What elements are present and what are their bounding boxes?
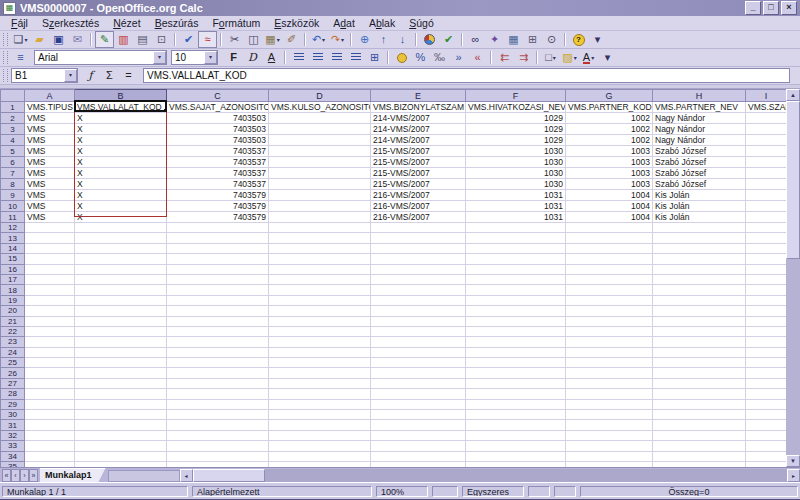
cell[interactable] (25, 285, 75, 295)
cell[interactable] (167, 326, 269, 336)
cell[interactable] (75, 451, 167, 461)
cell[interactable]: VMS.KULSO_AZONOSITO (269, 102, 371, 113)
cell[interactable] (566, 378, 653, 388)
cell[interactable]: Nagy Nándor (653, 113, 746, 124)
row-header-33[interactable]: 33 (1, 441, 25, 451)
cell[interactable] (746, 113, 787, 124)
cell[interactable] (75, 306, 167, 316)
cell[interactable]: Kis Jolán (653, 201, 746, 212)
cell[interactable]: 1004 (566, 212, 653, 223)
merge-cells-button[interactable]: ⊞ (365, 49, 384, 66)
cell[interactable]: X (75, 135, 167, 146)
find-replace-button[interactable]: ∞ (466, 31, 485, 48)
cell[interactable]: VMS.SAJAT_AZONOSITO (167, 102, 269, 113)
cell[interactable] (746, 223, 787, 233)
cell[interactable]: 1003 (566, 157, 653, 168)
cell[interactable] (746, 201, 787, 212)
cell[interactable] (566, 326, 653, 336)
column-header-H[interactable]: H (653, 90, 746, 102)
cell[interactable] (566, 306, 653, 316)
cell[interactable] (653, 254, 746, 264)
cell[interactable] (25, 378, 75, 388)
cell[interactable] (746, 124, 787, 135)
cell[interactable] (466, 264, 566, 274)
row-header-7[interactable]: 7 (1, 168, 25, 179)
cell[interactable] (371, 410, 466, 420)
row-header-14[interactable]: 14 (1, 243, 25, 253)
cell[interactable] (653, 316, 746, 326)
cell[interactable] (269, 113, 371, 124)
row-header-3[interactable]: 3 (1, 124, 25, 135)
open-button[interactable]: ▰ (30, 31, 49, 48)
status-selection-mode[interactable]: Egyszeres (462, 486, 524, 497)
cell[interactable] (653, 430, 746, 440)
cell[interactable]: X (75, 157, 167, 168)
cell[interactable]: VMS (25, 201, 75, 212)
spellcheck-button[interactable]: ✔ (179, 31, 198, 48)
cell[interactable]: Kis Jolán (653, 212, 746, 223)
row-header-34[interactable]: 34 (1, 451, 25, 461)
cell[interactable]: X (75, 201, 167, 212)
cell[interactable]: 215-VMS/2007 (371, 146, 466, 157)
cell[interactable] (75, 223, 167, 233)
cell[interactable] (269, 168, 371, 179)
cell[interactable] (75, 243, 167, 253)
cell[interactable] (25, 326, 75, 336)
cell[interactable] (167, 233, 269, 243)
status-field[interactable] (554, 486, 576, 497)
dropdown-arrow-icon[interactable]: ▾ (553, 54, 556, 61)
cell[interactable] (167, 254, 269, 264)
cell[interactable] (75, 326, 167, 336)
row-header-19[interactable]: 19 (1, 295, 25, 305)
cell[interactable] (566, 243, 653, 253)
menu-item-nezet[interactable]: Nézet (106, 17, 147, 29)
sheet-tab-munkalap1[interactable]: Munkalap1 (40, 468, 106, 482)
chart-button[interactable] (420, 31, 439, 48)
cell[interactable] (466, 337, 566, 347)
cell[interactable] (653, 378, 746, 388)
cell[interactable] (746, 212, 787, 223)
chevron-down-icon[interactable]: ▾ (153, 51, 166, 64)
cell[interactable] (269, 410, 371, 420)
cell[interactable]: VMS (25, 157, 75, 168)
row-header-25[interactable]: 25 (1, 358, 25, 368)
sum-button[interactable]: Σ (100, 67, 119, 84)
cell[interactable] (566, 451, 653, 461)
row-header-2[interactable]: 2 (1, 113, 25, 124)
cell[interactable] (269, 337, 371, 347)
cell[interactable] (746, 378, 787, 388)
cell[interactable] (269, 179, 371, 190)
format-paintbrush-button[interactable]: ✐ (282, 31, 301, 48)
cell[interactable] (167, 274, 269, 284)
cell[interactable] (746, 264, 787, 274)
row-header-17[interactable]: 17 (1, 274, 25, 284)
cell[interactable] (269, 223, 371, 233)
cell[interactable] (167, 316, 269, 326)
cell[interactable] (75, 399, 167, 409)
dropdown-arrow-icon[interactable]: ▾ (341, 36, 344, 43)
cell[interactable]: 1002 (566, 113, 653, 124)
row-header-1[interactable]: 1 (1, 102, 25, 113)
cell[interactable] (75, 316, 167, 326)
data-sources-button[interactable]: ⊞ (523, 31, 542, 48)
cell[interactable] (746, 306, 787, 316)
cell[interactable] (466, 399, 566, 409)
cell[interactable]: VMS (25, 179, 75, 190)
cell[interactable]: 215-VMS/2007 (371, 179, 466, 190)
cell[interactable]: 7403537 (167, 157, 269, 168)
cell[interactable] (371, 264, 466, 274)
cell[interactable] (746, 179, 787, 190)
cell[interactable] (25, 254, 75, 264)
currency-format-button[interactable] (392, 49, 411, 66)
cell[interactable] (466, 243, 566, 253)
status-field[interactable] (528, 486, 550, 497)
row-header-13[interactable]: 13 (1, 233, 25, 243)
cell[interactable] (269, 190, 371, 201)
cell[interactable] (653, 358, 746, 368)
row-header-21[interactable]: 21 (1, 316, 25, 326)
vscroll-thumb[interactable] (786, 101, 800, 259)
cell[interactable] (167, 337, 269, 347)
cell[interactable] (566, 295, 653, 305)
cell[interactable] (746, 337, 787, 347)
cell[interactable] (269, 274, 371, 284)
